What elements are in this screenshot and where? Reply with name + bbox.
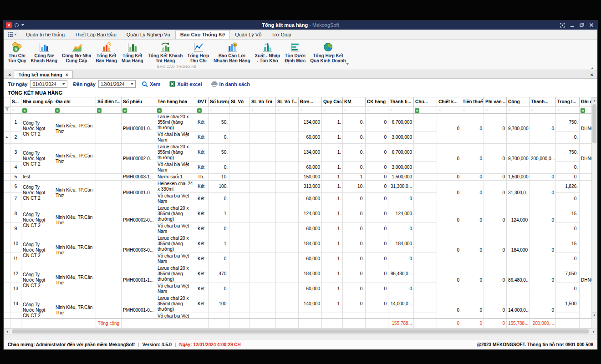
grid-cell[interactable]: 134,000 xyxy=(299,144,322,162)
grid-cell[interactable] xyxy=(250,181,276,193)
ribbon-item[interactable]: Tổng HợpThu Chi xyxy=(185,41,211,64)
grid-cell[interactable]: 31,300,0... xyxy=(507,181,530,205)
grid-cell[interactable] xyxy=(414,313,437,319)
chevron-down-icon[interactable] xyxy=(21,24,24,26)
grid-cell[interactable]: PMH00002-0... xyxy=(122,144,156,174)
grid-cell[interactable]: 0 xyxy=(484,114,507,144)
grid-cell[interactable]: 0 xyxy=(461,114,484,144)
row-indicator[interactable] xyxy=(4,265,10,283)
scroll-down-icon[interactable]: ▼ xyxy=(592,312,597,318)
menu-tab[interactable]: Quản trị hệ thống xyxy=(21,30,70,39)
grid-cell[interactable]: 0. xyxy=(209,283,229,295)
grid-cell[interactable] xyxy=(229,181,250,193)
grid-cell[interactable]: 0 xyxy=(484,205,507,235)
filter-cell[interactable]: a xyxy=(196,106,209,114)
grid-cell[interactable]: Ninh Kiều, TP.Cần Thơ xyxy=(54,181,96,205)
grid-cell[interactable]: 50. xyxy=(209,114,229,131)
grid-cell[interactable]: 0 xyxy=(530,235,556,265)
to-date-input[interactable]: 12/01/2024 xyxy=(98,80,136,88)
grid-cell[interactable]: 1. xyxy=(322,295,343,313)
grid-cell[interactable] xyxy=(229,114,250,131)
grid-cell[interactable]: 1. xyxy=(322,181,343,193)
grid-cell[interactable]: PMH00001-0... xyxy=(122,295,156,319)
grid-cell[interactable]: Két xyxy=(196,114,209,131)
record-icon[interactable] xyxy=(15,23,19,27)
grid-cell[interactable]: 184,000 xyxy=(299,265,322,283)
grid-cell[interactable]: Két xyxy=(196,253,209,265)
grid-cell[interactable]: 0 xyxy=(437,181,461,205)
grid-cell[interactable] xyxy=(414,114,437,131)
grid-cell[interactable] xyxy=(580,205,592,235)
grid-cell[interactable] xyxy=(276,114,299,131)
grid-cell[interactable]: 0. xyxy=(343,265,366,283)
grid-cell[interactable]: 0 xyxy=(366,265,388,283)
grid-cell[interactable] xyxy=(414,181,437,193)
grid-cell[interactable]: Két xyxy=(196,205,209,223)
grid-cell[interactable]: 6,700,000 xyxy=(388,144,414,162)
grid-cell[interactable]: 8 xyxy=(10,205,21,223)
row-indicator[interactable] xyxy=(4,253,10,265)
grid-header-cell[interactable]: Ghi chú xyxy=(580,97,592,106)
grid-cell[interactable] xyxy=(276,144,299,162)
grid-cell[interactable]: 0. xyxy=(343,193,366,205)
grid-cell[interactable]: 1. xyxy=(209,235,229,253)
grid-cell[interactable] xyxy=(96,295,122,319)
grid-cell[interactable]: 0 xyxy=(437,235,461,265)
grid-cell[interactable] xyxy=(250,265,276,283)
grid-cell[interactable]: Heineken chai 24 x 330ml xyxy=(156,181,196,193)
scroll-right-icon[interactable]: ► xyxy=(591,329,597,334)
grid-cell[interactable]: 0 xyxy=(461,295,484,319)
grid-cell[interactable]: 9 xyxy=(10,223,21,235)
menu-tab[interactable]: Thiết Lập Ban Đầu xyxy=(70,30,122,39)
filter-cell[interactable]: = xyxy=(10,106,21,114)
table-row[interactable]: 3Công Ty Nước Ngọt CN CT 2Ninh Kiều, TP.… xyxy=(4,144,592,162)
grid-cell[interactable]: 124,000 xyxy=(507,205,530,235)
grid-cell[interactable]: 750. xyxy=(556,144,580,162)
ribbon-item[interactable]: $Thu ChiTồn Quỹ xyxy=(5,41,29,64)
grid-cell[interactable]: Ninh Kiều, TP.Cần Thơ xyxy=(54,144,96,174)
grid-cell[interactable]: Larue chai 20 x 355ml (hàng thường) xyxy=(156,114,196,131)
grid-cell[interactable]: 0. xyxy=(343,235,366,253)
grid-cell[interactable]: 0 xyxy=(366,174,388,181)
grid-cell[interactable]: 4 xyxy=(10,162,21,174)
grid-cell[interactable]: 0. xyxy=(556,283,580,295)
grid-cell[interactable] xyxy=(196,313,209,319)
grid-cell[interactable]: 0 xyxy=(461,265,484,295)
close-button[interactable] xyxy=(589,23,594,27)
grid-cell[interactable]: 134,000 xyxy=(299,114,322,131)
grid-cell[interactable]: 0 xyxy=(484,295,507,319)
filter-cell[interactable]: = xyxy=(343,106,366,114)
grid-cell[interactable]: 313,000 xyxy=(299,181,322,193)
grid-cell[interactable]: 0 xyxy=(437,265,461,295)
grid-cell[interactable]: 3,000,000 xyxy=(388,131,414,144)
grid-cell[interactable]: Vỏ chai bia Việt Nam xyxy=(156,162,196,174)
grid-cell[interactable]: 60,000 xyxy=(299,253,322,265)
row-indicator[interactable] xyxy=(4,295,10,313)
grid-cell[interactable] xyxy=(250,205,276,223)
grid-cell[interactable]: 0 xyxy=(366,235,388,253)
grid-cell[interactable] xyxy=(556,313,580,319)
grid-cell[interactable]: 0. xyxy=(343,253,366,265)
grid-cell[interactable]: 0 xyxy=(388,253,414,265)
grid-cell[interactable]: Két xyxy=(196,235,209,253)
grid-cell[interactable] xyxy=(414,283,437,295)
grid-cell[interactable] xyxy=(96,144,122,174)
filter-cell[interactable]: a xyxy=(414,106,437,114)
grid-cell[interactable]: 60,000 xyxy=(299,223,322,235)
grid-cell[interactable] xyxy=(54,174,96,181)
grid-cell[interactable]: Ninh Kiều, TP.Cần Thơ xyxy=(54,205,96,235)
grid-cell[interactable]: 31,300,0... xyxy=(388,181,414,193)
grid-cell[interactable]: 0. xyxy=(343,144,366,162)
grid-cell[interactable]: 50. xyxy=(209,144,229,162)
grid-cell[interactable]: 0 xyxy=(388,193,414,205)
grid-cell[interactable]: 124,000 xyxy=(299,205,322,223)
grid-cell[interactable]: Công Ty Nước Ngọt CN CT 2 xyxy=(21,295,54,319)
grid-cell[interactable]: Larue chai 20 x 355ml (hàng thường) xyxy=(156,144,196,162)
grid-header-cell[interactable]: Quy Cách xyxy=(322,97,343,106)
filter-cell[interactable]: = xyxy=(276,106,299,114)
grid-cell[interactable]: 0 xyxy=(366,162,388,174)
grid-header-cell[interactable]: Số lượng xyxy=(209,97,229,106)
grid-header-cell[interactable]: Đơn... xyxy=(299,97,322,106)
grid-cell[interactable]: 0 xyxy=(437,295,461,319)
grid-cell[interactable]: 2 xyxy=(10,131,21,144)
